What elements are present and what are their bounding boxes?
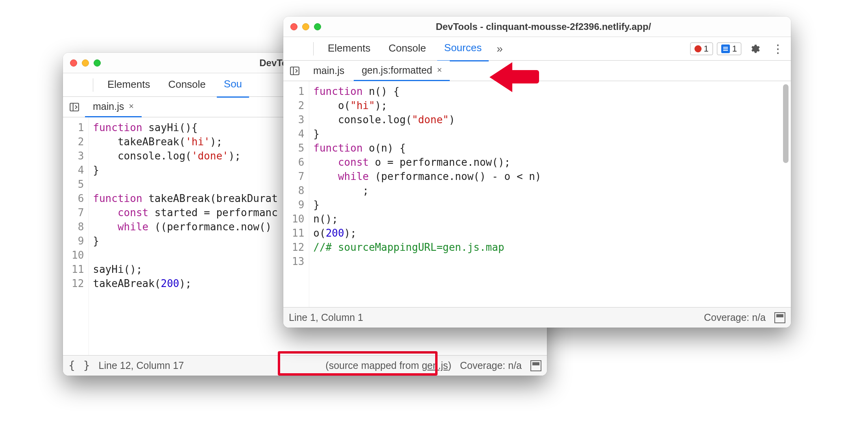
coverage-info: Coverage: n/a: [704, 312, 766, 323]
tab-sources[interactable]: Sources: [437, 36, 489, 61]
kebab-menu-icon[interactable]: ⋮: [768, 39, 788, 58]
window-title: DevTools - clinquant-mousse-2f2396.netli…: [327, 21, 784, 32]
navigator-toggle-icon[interactable]: [286, 63, 304, 78]
file-tab-label: main.js: [313, 65, 344, 76]
scrollbar[interactable]: [782, 81, 789, 307]
cursor-position: Line 12, Column 17: [99, 360, 184, 371]
titlebar: DevTools - clinquant-mousse-2f2396.netli…: [283, 17, 791, 37]
file-tab-gen-js-formatted[interactable]: gen.js:formatted ×: [354, 61, 450, 81]
window-traffic-lights[interactable]: [70, 59, 101, 67]
device-toggle-icon[interactable]: [78, 83, 86, 87]
inspect-icon[interactable]: [66, 83, 74, 87]
close-tab-icon[interactable]: ×: [437, 65, 442, 75]
devtools-window-front: DevTools - clinquant-mousse-2f2396.netli…: [283, 17, 791, 328]
cursor-position: Line 1, Column 1: [289, 312, 363, 323]
scrollbar-thumb[interactable]: [783, 84, 789, 163]
navigator-toggle-icon[interactable]: [65, 100, 83, 115]
status-bar: Line 1, Column 1 Coverage: n/a: [283, 307, 791, 328]
window-traffic-lights[interactable]: [290, 23, 321, 30]
file-tab-main-js[interactable]: main.js ×: [85, 97, 142, 117]
file-tab-main-js[interactable]: main.js: [305, 61, 352, 80]
minimize-window-icon[interactable]: [302, 23, 309, 30]
more-tabs-icon[interactable]: »: [493, 40, 508, 57]
line-gutter: 1 2 3 4 5 6 7 8 9 10 11 12 13: [283, 81, 309, 307]
sidebar-toggle-icon[interactable]: [530, 360, 541, 371]
code-editor[interactable]: 1 2 3 4 5 6 7 8 9 10 11 12 13 function n…: [283, 81, 791, 307]
coverage-info: Coverage: n/a: [460, 360, 522, 371]
pretty-print-icon[interactable]: { }: [68, 359, 91, 372]
tab-elements[interactable]: Elements: [100, 73, 157, 97]
panel-toolbar: Elements Console Sources » 1 1 ⋮: [283, 37, 791, 61]
settings-icon[interactable]: [745, 41, 764, 57]
error-icon: [694, 45, 702, 52]
close-window-icon[interactable]: [70, 59, 77, 67]
error-count: 1: [704, 44, 709, 54]
separator: [93, 78, 93, 92]
close-tab-icon[interactable]: ×: [129, 101, 134, 111]
tab-console[interactable]: Console: [381, 37, 433, 61]
error-badge[interactable]: 1: [690, 43, 713, 55]
tab-console[interactable]: Console: [161, 73, 212, 97]
maximize-window-icon[interactable]: [314, 23, 321, 30]
maximize-window-icon[interactable]: [94, 59, 101, 67]
inspect-icon[interactable]: [286, 46, 294, 51]
separator: [313, 42, 314, 56]
message-badge[interactable]: 1: [717, 43, 741, 55]
device-toggle-icon[interactable]: [298, 46, 306, 51]
message-icon: [721, 44, 730, 53]
code-content[interactable]: function n() { o("hi"); console.log("don…: [309, 81, 791, 307]
annotation-highlight-box: [278, 351, 438, 376]
minimize-window-icon[interactable]: [82, 59, 89, 67]
message-count: 1: [732, 44, 737, 54]
line-gutter: 1 2 3 4 5 6 7 8 9 10 11 12: [63, 117, 89, 355]
file-tab-label: main.js: [93, 101, 124, 112]
sidebar-toggle-icon[interactable]: [774, 312, 785, 323]
file-tab-label: gen.js:formatted: [362, 65, 432, 76]
tab-elements[interactable]: Elements: [321, 37, 377, 61]
tab-sources[interactable]: Sou: [217, 72, 249, 98]
close-window-icon[interactable]: [290, 23, 297, 30]
